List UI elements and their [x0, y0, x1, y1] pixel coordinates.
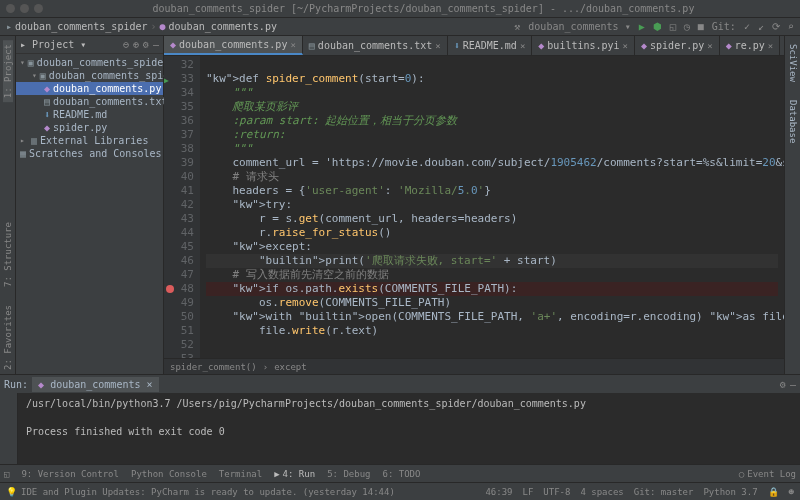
tab-terminal[interactable]: Terminal	[219, 469, 262, 479]
right-tool-rail: SciView Database	[784, 36, 800, 374]
rail-tab-project[interactable]: 1: Project	[3, 40, 13, 102]
tab-run[interactable]: ▶ 4: Run	[274, 469, 315, 479]
collapse-icon[interactable]: ⊖	[123, 39, 129, 50]
tab-todo[interactable]: 6: TODO	[382, 469, 420, 479]
debug-button[interactable]: ⬢	[653, 21, 662, 32]
tab-python-console[interactable]: Python Console	[131, 469, 207, 479]
tree-file[interactable]: ◆spider.py	[16, 121, 163, 134]
rail-tab-database[interactable]: Database	[788, 96, 798, 147]
vcs-history-icon[interactable]: ⟳	[772, 21, 780, 32]
tree-root[interactable]: ▾▣douban_comments_spider	[16, 56, 163, 69]
main-area: 1: Project 7: Structure 2: Favorites ▸ P…	[0, 36, 800, 374]
vcs-update-icon[interactable]: ✓	[744, 21, 750, 32]
hide-icon[interactable]: —	[153, 39, 159, 50]
close-icon[interactable]: ×	[520, 41, 525, 51]
tree-file[interactable]: ▤douban_comments.txt	[16, 95, 163, 108]
tree-external-libs[interactable]: ▸▥External Libraries	[16, 134, 163, 147]
run-title: Run:	[4, 379, 28, 390]
chevron-right-icon: ›	[263, 362, 268, 372]
status-caret[interactable]: 46:39	[485, 487, 512, 497]
tab-debug[interactable]: 5: Debug	[327, 469, 370, 479]
close-icon[interactable]: ×	[435, 41, 440, 51]
editor-tab[interactable]: ◆douban_comments.py×	[164, 36, 303, 55]
chevron-right-icon: ›	[150, 21, 156, 32]
git-label: Git:	[712, 21, 736, 32]
run-panel: Run: ◆ douban_comments × ⚙ — /usr/local/…	[0, 374, 800, 464]
minimize-icon[interactable]	[20, 4, 29, 13]
folder-icon: ▸	[6, 21, 12, 32]
maximize-icon[interactable]	[34, 4, 43, 13]
run-toolbar[interactable]	[0, 393, 18, 464]
bottom-tool-tabs: ◱ 9: Version Control Python Console Term…	[0, 464, 800, 482]
bulb-icon[interactable]: 💡	[6, 487, 17, 497]
code-editor[interactable]: 32▶3334353637383940414243444546474849505…	[164, 56, 784, 358]
close-icon[interactable]	[6, 4, 15, 13]
run-button[interactable]: ▶	[639, 21, 645, 32]
status-interpreter[interactable]: Python 3.7	[703, 487, 757, 497]
run-panel-header: Run: ◆ douban_comments × ⚙ —	[0, 375, 800, 393]
output-line: /usr/local/bin/python3.7 /Users/pig/Pych…	[26, 397, 792, 411]
stop-button[interactable]: ■	[698, 21, 704, 32]
window-title: douban_comments_spider [~/PycharmProject…	[53, 3, 794, 14]
run-tab[interactable]: ◆ douban_comments ×	[32, 377, 158, 392]
code-breadcrumb[interactable]: spider_comment() › except	[164, 358, 784, 374]
rail-tab-structure[interactable]: 7: Structure	[3, 218, 13, 291]
project-panel-header: ▸ Project ▾ ⊖ ⊕ ⚙ —	[16, 36, 163, 54]
locate-icon[interactable]: ⊕	[133, 39, 139, 50]
editor-tabs: ◆douban_comments.py×▤douban_comments.txt…	[164, 36, 784, 56]
rail-tab-favorites[interactable]: 2: Favorites	[3, 301, 13, 374]
run-output[interactable]: /usr/local/bin/python3.7 /Users/pig/Pych…	[18, 393, 800, 464]
tab-version-control[interactable]: 9: Version Control	[21, 469, 119, 479]
breadcrumb[interactable]: ▸ douban_comments_spider › ● douban_comm…	[6, 21, 277, 32]
inspector-icon[interactable]: ☻	[789, 487, 794, 497]
crumb-block[interactable]: except	[274, 362, 307, 372]
code-content[interactable]: "kw">def spider_comment(start=0): """ 爬取…	[200, 56, 784, 358]
status-message: IDE and Plugin Updates: PyCharm is ready…	[21, 487, 395, 497]
search-icon[interactable]: ⌕	[788, 21, 794, 32]
status-bar: 💡 IDE and Plugin Updates: PyCharm is rea…	[0, 482, 800, 500]
breadcrumb-root[interactable]: douban_comments_spider	[15, 21, 147, 32]
editor-tab[interactable]: ◆spider.py×	[635, 36, 720, 55]
window-controls	[6, 4, 43, 13]
tree-folder[interactable]: ▾▣douban_comments_spide	[16, 69, 163, 82]
project-panel: ▸ Project ▾ ⊖ ⊕ ⚙ — ▾▣douban_comments_sp…	[16, 36, 164, 374]
status-indent[interactable]: 4 spaces	[580, 487, 623, 497]
hide-icon[interactable]: —	[790, 379, 796, 390]
gutter[interactable]: 32▶3334353637383940414243444546474849505…	[164, 56, 200, 358]
breakpoint-icon[interactable]	[166, 285, 174, 293]
run-config-selector[interactable]: douban_comments ▾	[528, 21, 630, 32]
editor-tab[interactable]: ▤douban_comments.txt×	[303, 36, 448, 55]
status-git[interactable]: Git: master	[634, 487, 694, 497]
close-icon[interactable]: ×	[290, 40, 295, 50]
breadcrumb-file[interactable]: douban_comments.py	[169, 21, 277, 32]
python-file-icon: ●	[160, 21, 166, 32]
close-icon[interactable]: ×	[768, 41, 773, 51]
run-body: /usr/local/bin/python3.7 /Users/pig/Pych…	[0, 393, 800, 464]
editor-tab[interactable]: ⬇README.md×	[448, 36, 533, 55]
tree-file[interactable]: ⬇README.md	[16, 108, 163, 121]
window-corner-icon[interactable]: ◱	[4, 469, 9, 479]
vcs-commit-icon[interactable]: ↙	[758, 21, 764, 32]
toolbar-right: ⚒ douban_comments ▾ ▶ ⬢ ◱ ◷ ■ Git: ✓ ↙ ⟳…	[514, 21, 794, 32]
tree-file-active[interactable]: ◆douban_comments.py	[16, 82, 163, 95]
settings-icon[interactable]: ⚙	[780, 379, 786, 390]
left-tool-rail: 1: Project 7: Structure 2: Favorites	[0, 36, 16, 374]
lock-icon[interactable]: 🔒	[768, 487, 779, 497]
tree-scratches[interactable]: ▦Scratches and Consoles	[16, 147, 163, 160]
panel-title: ▸ Project ▾	[20, 39, 123, 50]
editor-tab[interactable]: ◆builtins.pyi×	[532, 36, 635, 55]
build-icon[interactable]: ⚒	[514, 21, 520, 32]
coverage-icon[interactable]: ◱	[670, 21, 676, 32]
status-line-sep[interactable]: LF	[522, 487, 533, 497]
editor-area: ◆douban_comments.py×▤douban_comments.txt…	[164, 36, 784, 374]
close-icon[interactable]: ×	[707, 41, 712, 51]
editor-tab[interactable]: ◆re.py×	[720, 36, 781, 55]
tab-event-log[interactable]: ◯ Event Log	[739, 469, 796, 479]
crumb-fn[interactable]: spider_comment()	[170, 362, 257, 372]
profile-icon[interactable]: ◷	[684, 21, 690, 32]
settings-icon[interactable]: ⚙	[143, 39, 149, 50]
status-encoding[interactable]: UTF-8	[543, 487, 570, 497]
close-icon[interactable]: ×	[623, 41, 628, 51]
rail-tab-sciview[interactable]: SciView	[788, 40, 798, 86]
navbar: ▸ douban_comments_spider › ● douban_comm…	[0, 18, 800, 36]
